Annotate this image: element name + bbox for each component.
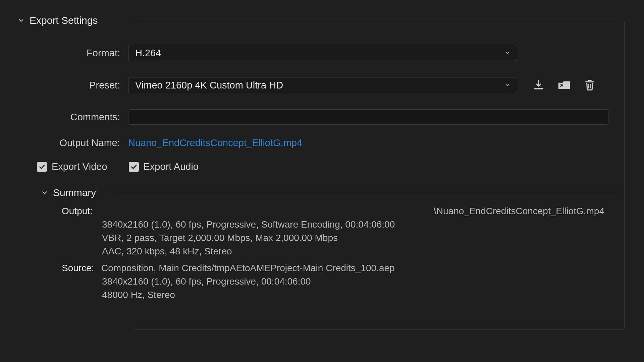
summary-output-line2: VBR, 2 pass, Target 2,000.00 Mbps, Max 2…: [62, 231, 631, 245]
chevron-down-icon: [504, 80, 511, 91]
preset-dropdown[interactable]: Vimeo 2160p 4K Custom Ultra HD: [128, 77, 517, 93]
summary-title: Summary: [53, 187, 96, 198]
export-settings-title: Export Settings: [30, 15, 98, 26]
export-video-label: Export Video: [52, 161, 107, 172]
preset-label: Preset:: [38, 80, 128, 91]
summary-source-label: Source:: [62, 263, 94, 273]
output-name-link[interactable]: Nuano_EndCreditsConcept_ElliotG.mp4: [128, 137, 302, 148]
summary-source-line3: 48000 Hz, Stereo: [62, 288, 631, 302]
checkbox-checked-icon: [37, 162, 47, 172]
checkbox-checked-icon: [129, 162, 139, 172]
summary-output-path: \Nuano_EndCreditsConcept_ElliotG.mp4: [434, 204, 604, 218]
export-audio-label: Export Audio: [144, 161, 199, 172]
export-settings-header[interactable]: Export Settings: [17, 15, 631, 26]
export-settings-panel: Export Settings Format: H.264 Preset: Vi…: [17, 15, 631, 302]
trash-icon: [584, 78, 595, 92]
summary-source-line1: Composition, Main Credits/tmpAEtoAMEProj…: [101, 263, 395, 273]
export-audio-checkbox[interactable]: Export Audio: [129, 161, 199, 172]
summary-output-label: Output:: [62, 204, 93, 218]
import-preset-button[interactable]: [557, 78, 571, 92]
chevron-down-icon: [17, 17, 25, 24]
delete-preset-button[interactable]: [583, 78, 596, 92]
output-name-label: Output Name:: [38, 137, 128, 148]
summary-header[interactable]: Summary: [41, 187, 631, 198]
chevron-down-icon: [41, 189, 48, 196]
summary-output-line3: AAC, 320 kbps, 48 kHz, Stereo: [62, 245, 631, 258]
export-video-checkbox[interactable]: Export Video: [37, 161, 107, 172]
comments-input[interactable]: [128, 109, 608, 125]
comments-label: Comments:: [38, 112, 128, 123]
format-value: H.264: [135, 48, 161, 59]
format-label: Format:: [38, 48, 128, 59]
summary-output-line1: 3840x2160 (1.0), 60 fps, Progressive, So…: [62, 218, 631, 231]
summary-body: Output: \Nuano_EndCreditsConcept_ElliotG…: [62, 204, 631, 302]
format-dropdown[interactable]: H.264: [128, 45, 517, 61]
chevron-down-icon: [504, 48, 511, 59]
preset-value: Vimeo 2160p 4K Custom Ultra HD: [135, 80, 283, 91]
download-icon: [533, 79, 545, 91]
summary-source-line2: 3840x2160 (1.0), 60 fps, Progressive, 00…: [62, 275, 631, 288]
summary-divider: [111, 193, 622, 193]
save-preset-button[interactable]: [532, 78, 545, 92]
folder-arrow-icon: [557, 79, 571, 91]
